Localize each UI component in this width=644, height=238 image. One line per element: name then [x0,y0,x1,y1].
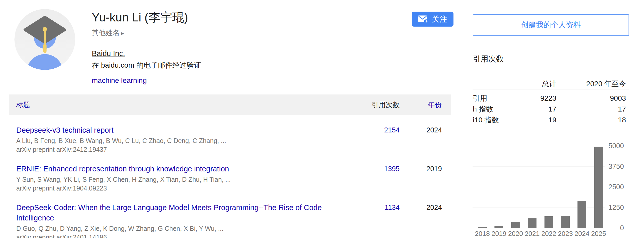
chart-bar-2019[interactable] [494,226,503,228]
create-profile-button[interactable]: 创建我的个人资料 [473,14,629,36]
envelope-plus-icon [418,15,428,23]
affiliation: Baidu Inc. [92,49,401,58]
chart-bar-2023[interactable] [561,216,570,228]
scholar-profile-page: Yu-kun Li (李宇琨) 其他姓名▸ Baidu Inc. 在 baidu… [0,0,644,238]
article-cited-by[interactable]: 1134 [356,202,400,213]
stat-label: 引用 [473,93,509,104]
article-row: Deepseek-v3 technical report A Liu, B Fe… [9,115,451,154]
sort-by-year[interactable]: 年份 [400,100,442,109]
chart-bar-2024[interactable] [577,201,586,228]
divider [473,74,629,74]
article-title[interactable]: Deepseek-v3 technical report [16,125,356,135]
article-title[interactable]: DeepSeek-Coder: When the Large Language … [16,202,356,223]
stat-total: 19 [509,115,556,125]
cited-by-heading: 引用次数 [473,54,504,64]
col-header-total: 总计 [509,79,556,89]
default-scholar-avatar-icon [14,9,75,70]
stat-since: 17 [556,104,626,115]
article-title[interactable]: ERNIE: Enhanced representation through k… [16,164,356,174]
article-cited-by[interactable]: 1395 [356,164,400,174]
article-year: 2019 [400,164,442,174]
citations-bar-chart: 0125025003750500020182019202020212022202… [473,146,605,228]
article-authors: A Liu, B Feng, B Xue, B Wang, B Wu, C Lu… [16,136,356,145]
verified-email: 在 baidu.com 的电子邮件经过验证 [92,60,401,70]
stat-row-citations: 引用 9223 9003 [473,93,626,104]
stat-since: 9003 [556,93,626,104]
articles-header: 标题 引用次数 年份 [9,94,451,115]
chart-bar-2020[interactable] [511,222,520,228]
article-venue: arXiv preprint arXiv:1904.09223 [16,184,356,193]
cited-by-stats: 引用 9223 9003 h 指数 17 17 i10 指数 19 18 [473,93,626,125]
other-names-label: 其他姓名 [92,29,120,37]
chart-bar-2025[interactable] [594,147,603,228]
interest-link[interactable]: machine learning [92,76,147,84]
stat-since: 18 [556,115,626,125]
article-year: 2024 [400,202,442,213]
article-row: ERNIE: Enhanced representation through k… [9,154,451,193]
stat-label: h 指数 [473,104,509,115]
article-authors: D Guo, Q Zhu, D Yang, Z Xie, K Dong, W Z… [16,224,356,233]
follow-button[interactable]: 关注 [412,12,453,27]
article-venue: arXiv preprint arXiv:2401.14196 [16,233,356,238]
affiliation-link[interactable]: Baidu Inc. [92,49,125,58]
stat-row-i10-index: i10 指数 19 18 [473,115,626,125]
article-authors: Y Sun, S Wang, YK Li, S Feng, X Chen, H … [16,175,356,184]
profile-info: Yu-kun Li (李宇琨) 其他姓名▸ Baidu Inc. 在 baidu… [92,10,401,85]
article-year: 2024 [400,125,442,135]
article-cited-by[interactable]: 2154 [356,125,400,135]
chart-bar-2021[interactable] [528,218,536,228]
sort-by-citations: 引用次数 [356,100,400,109]
articles-table: 标题 引用次数 年份 Deepseek-v3 technical report … [9,94,451,238]
cited-by-column-headers: 总计 2020 年至今 [473,79,626,89]
sort-by-title[interactable]: 标题 [9,100,356,109]
col-header-since-2020: 2020 年至今 [556,79,626,89]
divider [473,90,629,90]
vertical-divider [464,14,464,238]
article-row: DeepSeek-Coder: When the Large Language … [9,193,451,238]
stat-total: 9223 [509,93,556,104]
profile-name: Yu-kun Li (李宇琨) [92,10,401,24]
chevron-right-icon: ▸ [121,30,124,36]
follow-label: 关注 [432,14,447,25]
article-venue: arXiv preprint arXiv:2412.19437 [16,145,356,154]
stat-label: i10 指数 [473,115,509,125]
stat-row-h-index: h 指数 17 17 [473,104,626,115]
avatar [14,9,75,70]
interests: machine learning [92,76,401,85]
chart-bar-2018[interactable] [478,227,487,228]
other-names-toggle[interactable]: 其他姓名▸ [92,28,401,38]
stat-total: 17 [509,104,556,115]
chart-bar-2022[interactable] [544,216,553,228]
chart-xtick-label: 2025 [587,230,610,237]
